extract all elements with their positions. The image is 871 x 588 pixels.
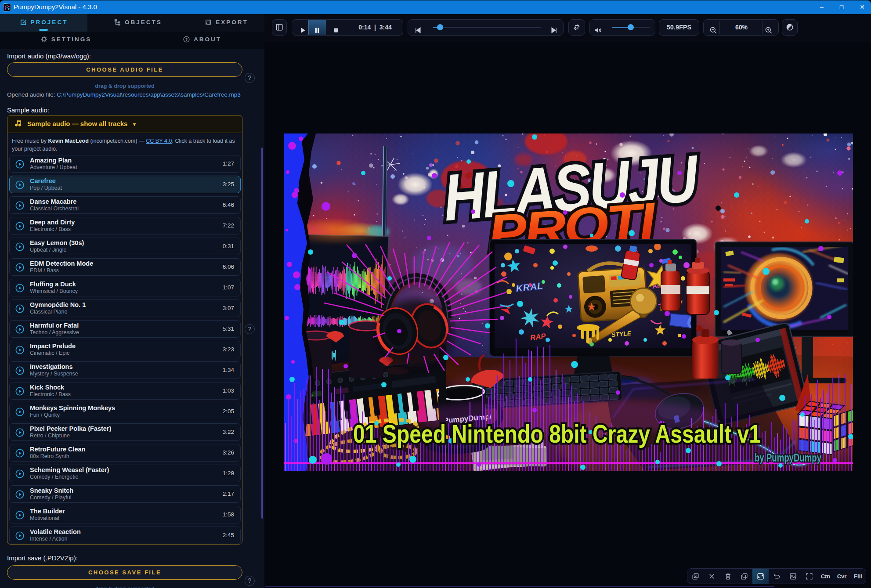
svg-text:by PumpyDumpy: by PumpyDumpy (755, 451, 821, 464)
svg-text:01 Speed Nintendo 8bit Crazy A: 01 Speed Nintendo 8bit Crazy Assault v1 (353, 420, 761, 448)
svg-text:?: ? (185, 37, 188, 42)
